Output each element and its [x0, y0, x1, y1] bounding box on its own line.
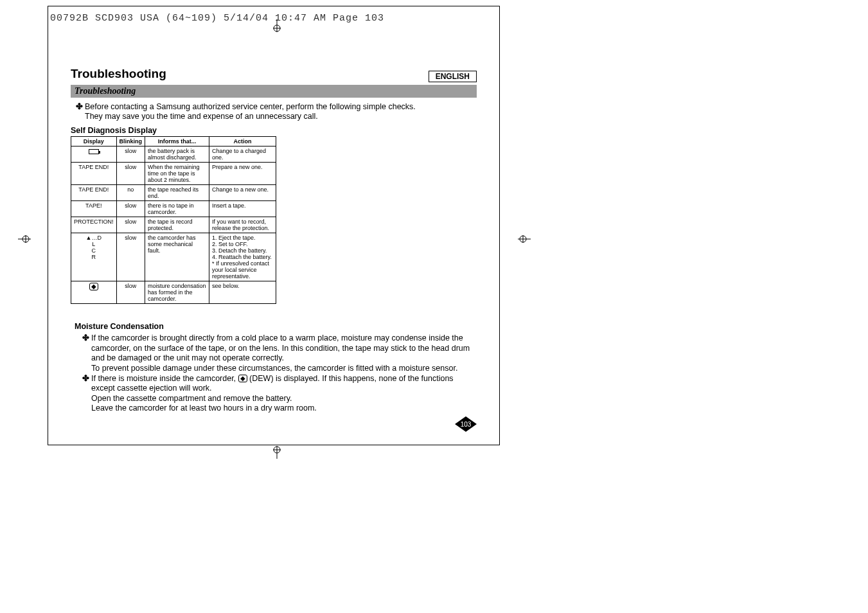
crop-mark-bottom [270, 446, 283, 459]
cell-informs: When the remaining time on the tape is a… [145, 163, 209, 185]
cell-display: ◆ [71, 281, 117, 304]
cell-action: Prepare a new one. [209, 163, 276, 185]
intro-line-1: ✤Before contacting a Samsung authorized … [76, 102, 477, 111]
cell-informs: there is no tape in camcorder. [145, 201, 209, 217]
cell-display: TAPE! [71, 201, 117, 217]
diagnosis-table: Display Blinking Informs that... Action … [71, 136, 276, 304]
col-display: Display [71, 137, 117, 147]
bullet-icon: ✤ [82, 374, 91, 394]
table-row: slow the battery pack is almost discharg… [71, 147, 276, 163]
table-row: ◆ slow moisture condensation has formed … [71, 281, 276, 304]
cell-blinking: slow [116, 233, 145, 281]
bullet-icon: ✤ [82, 333, 91, 364]
col-blinking: Blinking [116, 137, 145, 147]
cell-blinking: slow [116, 281, 145, 304]
cell-action: Change to a charged one. [209, 147, 276, 163]
dew-icon: ◆ [89, 283, 98, 290]
cell-display: TAPE END! [71, 163, 117, 185]
moist-p1a: If the camcorder is brought directly fro… [91, 333, 477, 364]
battery-icon [89, 149, 99, 154]
cell-blinking: slow [116, 163, 145, 185]
cell-informs: the battery pack is almost discharged. [145, 147, 209, 163]
cell-display [71, 147, 117, 163]
table-row: TAPE END! no the tape reached its end. C… [71, 185, 276, 201]
crop-mark-left [18, 233, 31, 245]
page-number: 103 [461, 421, 472, 428]
cell-action: Change to a new one. [209, 185, 276, 201]
dew-icon: ◆ [238, 375, 247, 382]
col-informs: Informs that... [145, 137, 209, 147]
cell-display: ▲…D L C R [71, 233, 117, 281]
moist-p2a: If there is moisture inside the camcorde… [91, 374, 477, 394]
language-box: ENGLISH [429, 71, 477, 82]
cell-informs: moisture condensation has formed in the … [145, 281, 209, 304]
moisture-body: ✤ If the camcorder is brought directly f… [82, 333, 477, 414]
cell-blinking: slow [116, 147, 145, 163]
page-frame: ENGLISH Troubleshooting Troubleshooting … [48, 6, 500, 445]
cell-blinking: slow [116, 201, 145, 217]
intro-line-2: They may save you the time and expense o… [85, 112, 477, 121]
table-row: ▲…D L C R slow the camcorder has some me… [71, 233, 276, 281]
cell-blinking: slow [116, 217, 145, 233]
page-number-badge: 103 [455, 416, 477, 432]
table-row: TAPE END! slow When the remaining time o… [71, 163, 276, 185]
crop-mark-right [518, 233, 531, 245]
cell-display: PROTECTION! [71, 217, 117, 233]
cell-display: TAPE END! [71, 185, 117, 201]
diag-subhead: Self Diagnosis Display [71, 126, 477, 135]
moisture-heading: Moisture Condensation [75, 322, 477, 331]
cell-informs: the camcorder has some mechanical fault. [145, 233, 209, 281]
cell-action: 1. Eject the tape. 2. Set to OFF. 3. Det… [209, 233, 276, 281]
cell-informs: the tape reached its end. [145, 185, 209, 201]
bullet-icon: ✤ [76, 102, 85, 111]
moist-p2b: Open the cassette compartment and remove… [91, 394, 477, 404]
table-row: PROTECTION! slow the tape is record prot… [71, 217, 276, 233]
section-bar: Troubleshooting [71, 85, 477, 98]
col-action: Action [209, 137, 276, 147]
page-title: Troubleshooting [71, 67, 477, 81]
moist-p1b: To prevent possible damage under these c… [91, 364, 477, 374]
intro-text-1: Before contacting a Samsung authorized s… [85, 102, 416, 111]
cell-action: see below. [209, 281, 276, 304]
cell-action: Insert a tape. [209, 201, 276, 217]
table-row: TAPE! slow there is no tape in camcorder… [71, 201, 276, 217]
cell-action: If you want to record, release the prote… [209, 217, 276, 233]
cell-informs: the tape is record protected. [145, 217, 209, 233]
cell-blinking: no [116, 185, 145, 201]
moist-p2c: Leave the camcorder for at least two hou… [91, 404, 477, 414]
